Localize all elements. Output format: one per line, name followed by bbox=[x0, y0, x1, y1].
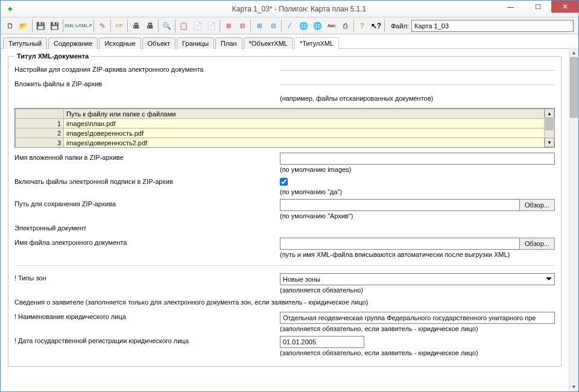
zone-types-hint: (заполняется обязательно) bbox=[280, 286, 555, 294]
tabs: Титульный Содержание Исходные Объект Гра… bbox=[1, 34, 578, 49]
row-path[interactable]: images\план.pdf bbox=[64, 119, 545, 128]
legal-name-hint: (заполняется обязательно, если заявитель… bbox=[280, 325, 555, 332]
save-icon[interactable]: 💾 bbox=[34, 19, 48, 33]
scroll-thumb[interactable] bbox=[570, 57, 578, 118]
table-header-path[interactable]: Путь к файлу или папке с файлами bbox=[64, 109, 545, 119]
legal-name-input[interactable] bbox=[280, 312, 555, 324]
reg-date-input[interactable] bbox=[280, 336, 364, 348]
preview-icon[interactable]: 🔍 bbox=[160, 19, 174, 33]
app-icon: ✦ bbox=[4, 3, 16, 15]
new-icon[interactable]: 🗋 bbox=[3, 19, 17, 33]
calc-icon[interactable]: ⎙ bbox=[338, 19, 352, 33]
row-num[interactable]: 1 bbox=[16, 119, 64, 128]
globe-icon[interactable]: 🌐 bbox=[297, 19, 311, 33]
include-sig-hint: (по умолчанию "да") bbox=[280, 188, 555, 195]
reg-date-hint: (заполняется обязательно, если заявитель… bbox=[280, 349, 555, 356]
zone-types-select[interactable]: Новые зоны bbox=[280, 273, 555, 285]
print-icon[interactable]: 🖶 bbox=[129, 19, 143, 33]
file-label: Файл: bbox=[391, 22, 409, 30]
row-del-icon[interactable]: ⊟ bbox=[235, 19, 249, 33]
fieldset-titul-xml: Титул XML-документа Настройки для создан… bbox=[8, 52, 562, 367]
wand-icon[interactable]: ⁄ bbox=[283, 19, 297, 33]
print2-icon[interactable]: 🖶 bbox=[143, 19, 157, 33]
include-sig-label: Включать файлы электронной подписи в ZIP… bbox=[14, 177, 280, 185]
zip-path-label: Путь для сохранения ZIP-архива bbox=[14, 199, 280, 207]
titlebar: ✦ Карта 1_03* - Полигон: Карта план 5.1.… bbox=[1, 1, 578, 17]
scroll-down-icon[interactable]: ▼ bbox=[569, 382, 578, 391]
zip-icon[interactable]: ZIP bbox=[112, 19, 126, 33]
table-corner bbox=[16, 109, 64, 119]
table-row: 2 images\доверенность.pdf bbox=[16, 128, 554, 138]
toolbar: 🗋 📂 💾 💾 XML↘ XML↗ ✎ ZIP 🖶 🖶 🔍 📋 📄 📄 ⊞ ⊟ … bbox=[1, 17, 578, 34]
abc-icon[interactable]: Авс bbox=[324, 19, 338, 33]
help-icon[interactable]: ? bbox=[355, 19, 369, 33]
scroll-down-icon[interactable]: ▼ bbox=[545, 138, 554, 147]
folder-name-input[interactable] bbox=[280, 153, 555, 165]
maximize-button[interactable] bbox=[524, 1, 551, 13]
close-button[interactable] bbox=[551, 1, 578, 13]
table-scrollbar[interactable]: ▲ ▼ bbox=[545, 109, 554, 147]
folder-name-hint: (по умолчанию images) bbox=[280, 166, 555, 173]
paste2-icon[interactable]: 📄 bbox=[204, 19, 218, 33]
saveas-icon[interactable]: 💾 bbox=[48, 19, 62, 33]
zip-path-hint: (по умолчанию "Архив") bbox=[280, 212, 555, 220]
whatsthis-icon[interactable]: ↖? bbox=[369, 19, 383, 33]
col-del-icon[interactable]: ⊟ bbox=[266, 19, 280, 33]
browse-button-2[interactable]: Обзор... bbox=[519, 238, 555, 250]
content: Титул XML-документа Настройки для создан… bbox=[1, 48, 569, 391]
edoc-name-input[interactable] bbox=[280, 238, 520, 250]
minimize-button[interactable] bbox=[497, 1, 524, 13]
edit-icon[interactable]: ✎ bbox=[95, 19, 109, 33]
copy-icon[interactable]: 📋 bbox=[177, 19, 191, 33]
table-row: 3 images\доверенность2.pdf bbox=[16, 138, 554, 148]
row-path[interactable]: images\доверенность.pdf bbox=[64, 128, 545, 138]
edoc-label: Электронный документ bbox=[14, 223, 280, 232]
reg-date-label: ! Дата государственной регистрации юриди… bbox=[14, 336, 280, 344]
scroll-thumb[interactable] bbox=[545, 118, 554, 130]
zone-types-label: ! Типы зон bbox=[14, 273, 280, 282]
file-input[interactable] bbox=[411, 20, 574, 32]
scroll-up-icon[interactable]: ▲ bbox=[569, 48, 578, 57]
legend: Титул XML-документа bbox=[14, 52, 91, 60]
scroll-up-icon[interactable]: ▲ bbox=[545, 109, 554, 118]
applicant-info-label: Сведения о заявителе (заполняется только… bbox=[14, 297, 555, 306]
xml-export-icon[interactable]: XML↗ bbox=[78, 19, 92, 33]
files-table[interactable]: Путь к файлу или папке с файлами 1 image… bbox=[14, 108, 555, 148]
table-row: 1 images\план.pdf bbox=[16, 119, 554, 128]
attach-files-label: Вложить файлы в ZIP-архив bbox=[14, 79, 280, 87]
attach-files-hint: (например, файлы отсканированных докумен… bbox=[280, 95, 555, 102]
xml-import-icon[interactable]: XML↘ bbox=[65, 19, 78, 33]
folder-name-label: Имя вложенной папки в ZIP-архиве bbox=[14, 153, 280, 161]
browse-button[interactable]: Обзор... bbox=[519, 199, 555, 211]
globe2-icon[interactable]: 🌐 bbox=[311, 19, 324, 33]
legal-name-label: ! Наименование юридического лица bbox=[14, 312, 280, 320]
zip-path-input[interactable] bbox=[280, 199, 520, 211]
edoc-name-hint: (путь и имя XML-файла вписываются автома… bbox=[280, 251, 555, 258]
edoc-name-label: Имя файла электронного документа bbox=[14, 238, 280, 246]
paste-icon[interactable]: 📄 bbox=[191, 19, 204, 33]
row-num[interactable]: 3 bbox=[16, 138, 64, 148]
col-add-icon[interactable]: ⊞ bbox=[252, 19, 266, 33]
separator bbox=[14, 265, 555, 266]
row-path[interactable]: images\доверенность2.pdf bbox=[64, 138, 545, 148]
row-num[interactable]: 2 bbox=[16, 128, 64, 138]
open-icon[interactable]: 📂 bbox=[17, 19, 31, 33]
window-title: Карта 1_03* - Полигон: Карта план 5.1.1 bbox=[20, 5, 578, 13]
include-sig-checkbox[interactable] bbox=[280, 178, 288, 186]
vertical-scrollbar[interactable]: ▲ ▼ bbox=[569, 48, 578, 391]
zip-settings-label: Настройки для создания ZIP-архива электр… bbox=[14, 65, 280, 73]
row-add-icon[interactable]: ⊞ bbox=[221, 19, 235, 33]
